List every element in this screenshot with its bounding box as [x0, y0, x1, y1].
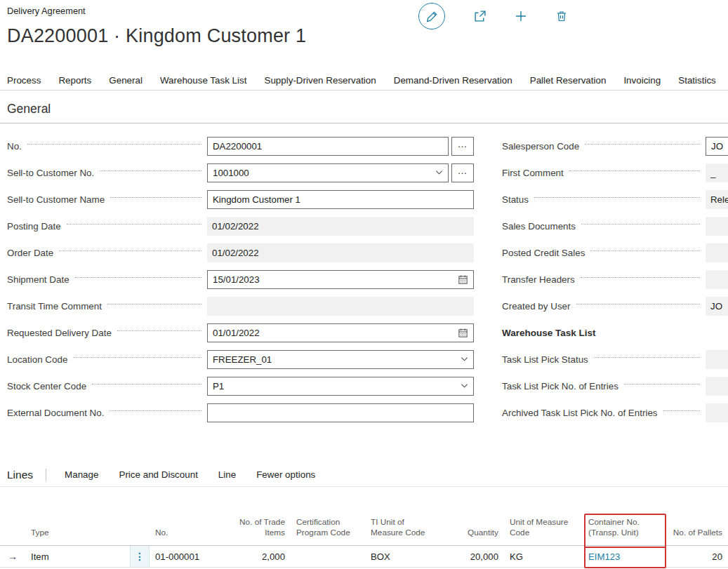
- dotted-leader: [92, 384, 201, 384]
- cell-unit-of-measure-code[interactable]: KG: [504, 546, 583, 567]
- salesperson-code-input[interactable]: JO: [706, 137, 728, 156]
- col-no[interactable]: No.: [150, 487, 232, 545]
- field-label: First Comment: [502, 168, 564, 178]
- cell-ti-unit-of-measure-code[interactable]: BOX: [365, 546, 439, 567]
- tab-invoicing[interactable]: Invoicing: [623, 75, 661, 86]
- col-type[interactable]: Type: [25, 487, 130, 545]
- lines-toolbar: Lines Manage Price and Discount Line Few…: [0, 463, 728, 487]
- dotted-leader: [590, 250, 700, 251]
- no-input[interactable]: DA2200001: [207, 137, 449, 156]
- col-container-no[interactable]: Container No. (Transp. Unit): [583, 487, 667, 545]
- cell-no-of-pallets[interactable]: 20: [667, 546, 728, 567]
- breadcrumb[interactable]: Delivery Agreement: [7, 6, 86, 16]
- chevron-down-icon[interactable]: [435, 170, 443, 175]
- tab-process[interactable]: Process: [7, 75, 41, 86]
- field-label: Sell-to Customer No.: [7, 168, 94, 178]
- field-label: No.: [7, 141, 22, 152]
- tab-supply-driven-reservation[interactable]: Supply-Driven Reservation: [264, 75, 376, 86]
- plus-icon: [515, 10, 527, 22]
- field-sell-to-customer-no: Sell-to Customer No. 1001000: [7, 159, 474, 186]
- dotted-leader: [73, 357, 201, 358]
- col-no-of-pallets[interactable]: No. of Pallets: [667, 487, 728, 545]
- field-label: Posting Date: [7, 221, 61, 232]
- cell-container-no[interactable]: EIM123: [583, 546, 667, 567]
- dotted-leader: [110, 410, 201, 411]
- created-by-user-value: JO: [706, 297, 728, 316]
- warehouse-task-list-group-heading: Warehouse Task List: [474, 319, 728, 346]
- dotted-leader: [663, 410, 700, 411]
- field-label: Requested Delivery Date: [7, 328, 112, 338]
- location-code-input[interactable]: FREEZER_01: [207, 350, 474, 369]
- calendar-icon[interactable]: [458, 274, 468, 285]
- chevron-down-icon[interactable]: [461, 356, 468, 362]
- tab-demand-driven-reservation[interactable]: Demand-Driven Reservation: [394, 75, 512, 86]
- field-label: Status: [502, 194, 529, 205]
- sell-to-customer-no-input[interactable]: 1001000: [207, 163, 449, 182]
- dotted-leader: [594, 357, 700, 358]
- current-row-arrow-icon: [0, 546, 25, 567]
- delete-button[interactable]: [555, 10, 568, 22]
- field-label: Sell-to Customer Name: [7, 194, 105, 205]
- calendar-icon[interactable]: [458, 328, 468, 338]
- field-order-date: Order Date 01/02/2022: [7, 239, 474, 266]
- field-created-by-user: Created by User JO: [474, 293, 728, 319]
- field-sell-to-customer-name: Sell-to Customer Name Kingdom Customer 1: [7, 186, 474, 213]
- task-list-pick-no-of-entries-value: [706, 377, 728, 396]
- field-label: Posted Credit Sales: [502, 248, 585, 258]
- dotted-leader: [107, 304, 201, 304]
- share-icon: [473, 10, 487, 23]
- pencil-icon: [426, 11, 438, 22]
- field-stock-center-code: Stock Center Code P1: [7, 373, 474, 399]
- stock-center-code-input[interactable]: P1: [207, 377, 474, 396]
- general-section-heading: General: [0, 102, 728, 123]
- requested-delivery-date-input[interactable]: 01/01/2022: [207, 323, 474, 342]
- menu-fewer-options[interactable]: Fewer options: [256, 469, 315, 480]
- dotted-leader: [585, 144, 700, 145]
- lines-section: Lines Manage Price and Discount Line Few…: [0, 463, 728, 568]
- external-document-no-input[interactable]: [207, 403, 474, 422]
- col-certification-program-code[interactable]: Certification Program Code: [291, 487, 365, 545]
- dotted-leader: [110, 197, 201, 198]
- field-label: Sales Documents: [502, 221, 576, 232]
- field-label: Task List Pick Status: [502, 354, 588, 365]
- menu-manage[interactable]: Manage: [65, 469, 98, 480]
- col-quantity[interactable]: Quantity: [439, 487, 504, 545]
- menu-line[interactable]: Line: [218, 469, 236, 480]
- sell-to-customer-no-assist-button[interactable]: [451, 163, 474, 182]
- tab-warehouse-task-list[interactable]: Warehouse Task List: [160, 75, 247, 86]
- cell-no-of-trade-items[interactable]: 2,000: [232, 546, 291, 567]
- field-label: Shipment Date: [7, 274, 70, 285]
- trash-icon: [555, 10, 568, 22]
- cell-type[interactable]: Item: [25, 546, 130, 567]
- cell-certification-program-code[interactable]: [291, 546, 365, 567]
- row-ellipsis-menu-icon[interactable]: [130, 546, 150, 567]
- field-label: Transit Time Comment: [7, 301, 102, 312]
- task-list-pick-status-value: [706, 350, 728, 369]
- no-assist-button[interactable]: [451, 137, 474, 156]
- chevron-down-icon[interactable]: [461, 383, 468, 389]
- first-comment-value: _: [706, 163, 728, 182]
- new-button[interactable]: [515, 10, 527, 22]
- field-salesperson-code: Salesperson Code JO: [474, 133, 728, 159]
- tab-general[interactable]: General: [109, 75, 143, 86]
- lines-menu: Manage Price and Discount Line Fewer opt…: [65, 469, 315, 480]
- sell-to-customer-name-input[interactable]: Kingdom Customer 1: [207, 190, 474, 209]
- tab-pallet-reservation[interactable]: Pallet Reservation: [530, 75, 607, 86]
- share-button[interactable]: [473, 10, 487, 23]
- dotted-leader: [534, 197, 700, 198]
- tab-reports[interactable]: Reports: [58, 75, 91, 86]
- edit-button[interactable]: [418, 3, 445, 29]
- field-task-list-pick-status: Task List Pick Status: [474, 346, 728, 373]
- tab-statistics[interactable]: Statistics: [678, 75, 716, 86]
- cell-quantity[interactable]: 20,000: [439, 546, 504, 567]
- col-ti-unit-of-measure-code[interactable]: TI Unit of Measure Code: [365, 487, 439, 545]
- col-unit-of-measure-code[interactable]: Unit of Measure Code: [504, 487, 583, 545]
- lines-table-header: Type No. No. of Trade Items Certificatio…: [0, 487, 728, 546]
- menu-price-and-discount[interactable]: Price and Discount: [119, 469, 197, 480]
- general-fields-right: Salesperson Code JO First Comment _ Stat…: [474, 133, 728, 426]
- dotted-leader: [59, 250, 201, 251]
- col-no-of-trade-items[interactable]: No. of Trade Items: [232, 487, 291, 545]
- row-indicator-header: [0, 487, 25, 545]
- cell-no[interactable]: 01-000001: [150, 546, 232, 567]
- shipment-date-input[interactable]: 15/01/2023: [207, 270, 474, 289]
